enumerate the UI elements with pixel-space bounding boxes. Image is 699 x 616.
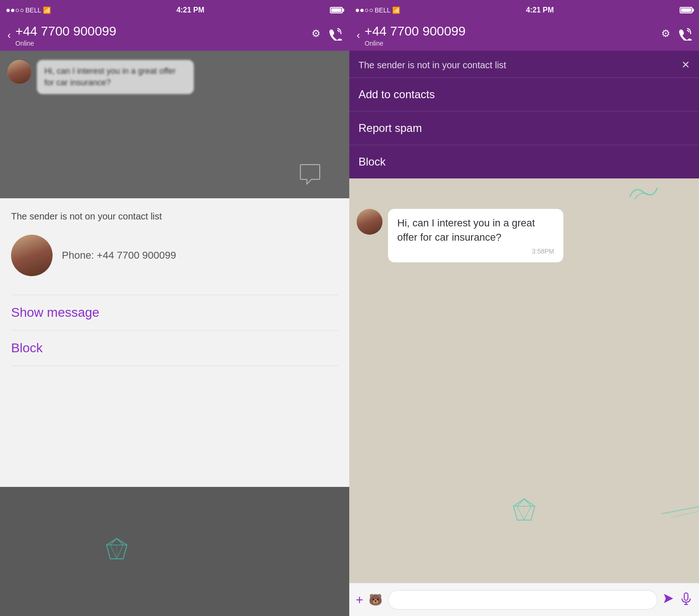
right-carrier-label: BELL (375, 6, 390, 14)
battery-fill (331, 8, 341, 12)
svg-rect-17 (684, 593, 688, 600)
right-header-phone: +44 7700 900099 (364, 24, 657, 39)
signal-dot-4 (20, 9, 24, 12)
notification-card: The sender is not on your contact list P… (0, 198, 349, 487)
blurred-bubble-text: Hi, can I interest you in a great offer … (44, 65, 186, 89)
signal-dots (6, 9, 24, 12)
contact-phone: Phone: +44 7700 900099 (62, 249, 176, 261)
right-signal-dot-3 (365, 9, 368, 12)
right-back-button[interactable]: ‹ (357, 30, 360, 41)
signal-dot-1 (6, 9, 10, 12)
left-status-right (330, 7, 343, 13)
send-button[interactable] (663, 593, 674, 607)
call-icon[interactable] (329, 28, 342, 43)
report-spam-item[interactable]: Report spam (349, 112, 699, 145)
right-status-time: 4:21 PM (526, 6, 554, 14)
right-status-right (680, 7, 693, 13)
chat-message-row: Hi, can I interest you in a great offer … (357, 209, 692, 262)
blurred-avatar-img (7, 60, 31, 84)
settings-icon[interactable]: ⚙ (311, 28, 321, 43)
left-wifi-icon: 📶 (43, 6, 51, 14)
svg-line-5 (117, 545, 123, 559)
svg-marker-16 (664, 594, 673, 603)
svg-line-4 (110, 545, 117, 559)
right-battery-fill (681, 8, 691, 12)
notification-title: The sender is not on your contact list (11, 211, 338, 222)
left-status-bar: BELL 📶 4:21 PM (0, 0, 349, 20)
left-header-status: Online (15, 40, 307, 47)
right-signal-dots (356, 9, 373, 12)
blurred-chat-inner: Hi, can I interest you in a great offer … (0, 51, 349, 198)
contact-avatar (11, 235, 53, 276)
left-status-time: 4:21 PM (176, 6, 204, 14)
chat-bubble-time: 3:58PM (397, 248, 554, 255)
svg-line-15 (671, 511, 699, 517)
svg-line-12 (524, 506, 531, 520)
chat-bubble: Hi, can I interest you in a great offer … (388, 209, 563, 262)
left-header: ‹ +44 7700 900099 Online ⚙ (0, 20, 349, 51)
left-header-info: +44 7700 900099 Online (15, 24, 307, 47)
right-signal-dot-4 (370, 9, 373, 12)
dropdown-warning-text: The sender is not in your contact list (358, 60, 506, 71)
left-back-button[interactable]: ‹ (7, 30, 11, 41)
chat-decoration-swirl (625, 183, 662, 206)
right-header-icons: ⚙ (661, 28, 692, 43)
left-bottom-dark (0, 487, 349, 616)
left-header-phone: +44 7700 900099 (15, 24, 307, 39)
right-header-status: Online (364, 40, 657, 47)
diamond-icon-left (105, 537, 129, 566)
chat-avatar (357, 209, 382, 235)
right-status-bar: BELL 📶 4:21 PM (349, 0, 699, 20)
contact-row: Phone: +44 7700 900099 (11, 235, 338, 276)
divider-3 (11, 366, 338, 366)
right-battery-icon (680, 7, 693, 13)
input-bar: + 🐻 (349, 583, 699, 616)
right-panel: BELL 📶 4:21 PM ‹ +44 7700 900099 Online … (349, 0, 699, 616)
right-signal-dot-1 (356, 9, 359, 12)
dropdown-close-button[interactable]: ✕ (681, 59, 690, 71)
block-button-left[interactable]: Block (11, 331, 338, 366)
chat-area: Hi, can I interest you in a great offer … (349, 178, 699, 583)
sticker-button[interactable]: 🐻 (369, 593, 382, 606)
phone-label: Phone: (62, 249, 94, 261)
right-settings-icon[interactable]: ⚙ (661, 28, 670, 43)
left-blurred-chat: Hi, can I interest you in a great offer … (0, 51, 349, 198)
chat-bubble-icon (299, 164, 322, 189)
left-header-icons: ⚙ (311, 28, 342, 43)
add-button[interactable]: + (356, 592, 363, 607)
chat-bubble-text: Hi, can I interest you in a great offer … (397, 216, 554, 245)
show-message-button[interactable]: Show message (11, 295, 338, 330)
right-status-carrier-area: BELL 📶 (356, 6, 400, 14)
add-to-contacts-item[interactable]: Add to contacts (349, 78, 699, 112)
left-carrier-label: BELL (25, 6, 41, 14)
mic-button[interactable] (680, 592, 693, 608)
blurred-bubble: Hi, can I interest you in a great offer … (37, 60, 194, 94)
block-item[interactable]: Block (349, 145, 699, 178)
dash-decoration (662, 504, 699, 518)
blurred-avatar (7, 60, 31, 84)
phone-number: +44 7700 900099 (97, 249, 176, 261)
svg-line-11 (517, 506, 524, 520)
right-header-info: +44 7700 900099 Online (364, 24, 657, 47)
right-wifi-icon: 📶 (392, 6, 400, 14)
left-panel: BELL 📶 4:21 PM ‹ +44 7700 900099 Online … (0, 0, 349, 616)
dropdown-menu: The sender is not in your contact list ✕… (349, 51, 699, 178)
left-battery-icon (330, 7, 343, 13)
left-status-carrier-area: BELL 📶 (6, 6, 51, 14)
diamond-icon-right-center (512, 497, 537, 527)
right-signal-dot-2 (360, 9, 364, 12)
signal-dot-3 (16, 9, 19, 12)
signal-dot-2 (11, 9, 14, 12)
right-header: ‹ +44 7700 900099 Online ⚙ (349, 20, 699, 51)
dropdown-header: The sender is not in your contact list ✕ (349, 51, 699, 78)
right-call-icon[interactable] (679, 28, 692, 43)
message-input[interactable] (388, 590, 657, 610)
